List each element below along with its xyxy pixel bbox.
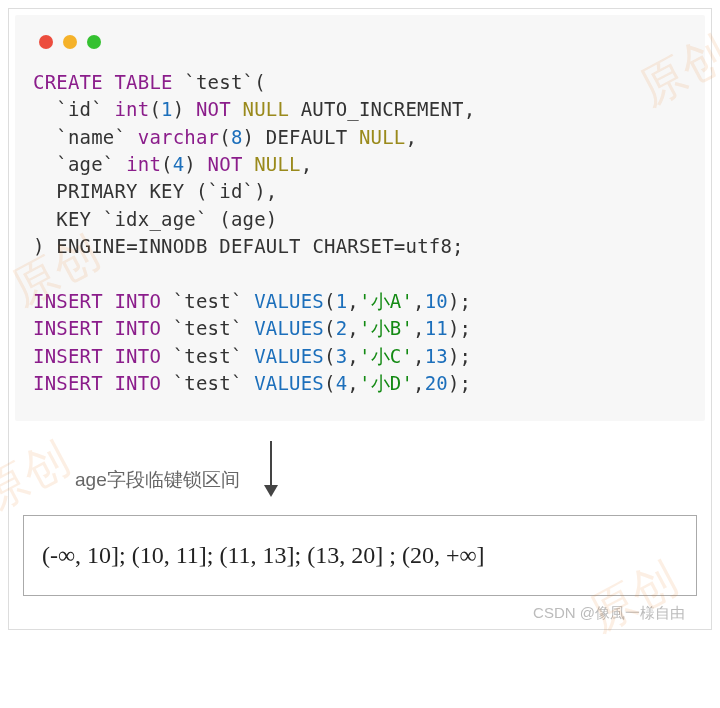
- tbl1: `test`: [173, 290, 243, 312]
- eq2: =: [394, 235, 406, 257]
- size-1: 1: [161, 98, 173, 120]
- c2b: ,: [413, 317, 425, 339]
- arrow-area: age字段临键锁区间: [15, 421, 705, 505]
- footer-watermark: CSDN @像風一様自由: [15, 596, 705, 623]
- kw-into3: INTO: [114, 345, 161, 367]
- op4: (: [324, 372, 336, 394]
- kw-charset: CHARSET: [312, 235, 393, 257]
- kw-primary: PRIMARY: [56, 180, 137, 202]
- size-8: 8: [231, 126, 243, 148]
- kw-insert3: INSERT: [33, 345, 103, 367]
- comma2: ,: [301, 153, 313, 175]
- kw-null: NULL: [243, 98, 290, 120]
- pk-cols: (`id`),: [196, 180, 277, 202]
- window-traffic-lights: [33, 29, 687, 69]
- col-age: `age`: [56, 153, 114, 175]
- open-paren: (: [254, 71, 266, 93]
- code-panel: CREATE TABLE `test`( `id` int(1) NOT NUL…: [15, 15, 705, 421]
- cl1: );: [448, 290, 471, 312]
- c3a: ,: [347, 345, 359, 367]
- kw-values1: VALUES: [254, 290, 324, 312]
- op1: (: [324, 290, 336, 312]
- kw-null3: NULL: [254, 153, 301, 175]
- eq: =: [126, 235, 138, 257]
- tbl2: `test`: [173, 317, 243, 339]
- kw-default: DEFAULT: [266, 126, 347, 148]
- kw-key2: KEY: [56, 208, 91, 230]
- idx-cols: (age): [219, 208, 277, 230]
- kw-insert1: INSERT: [33, 290, 103, 312]
- s3: '小C': [359, 345, 413, 367]
- s1: '小A': [359, 290, 413, 312]
- interval-box: (-∞, 10]; (10, 11]; (11, 13]; (13, 20] ;…: [23, 515, 697, 596]
- innodb: INNODB: [138, 235, 208, 257]
- c4a: ,: [347, 372, 359, 394]
- c2a: ,: [347, 317, 359, 339]
- tbl3: `test`: [173, 345, 243, 367]
- c3b: ,: [413, 345, 425, 367]
- tbl4: `test`: [173, 372, 243, 394]
- v3a: 3: [336, 345, 348, 367]
- kw-insert2: INSERT: [33, 317, 103, 339]
- s2: '小B': [359, 317, 413, 339]
- close-icon: [39, 35, 53, 49]
- cl4: );: [448, 372, 471, 394]
- type-varchar: varchar: [138, 126, 219, 148]
- cl2: );: [448, 317, 471, 339]
- utf8: utf8;: [406, 235, 464, 257]
- v4b: 20: [425, 372, 448, 394]
- kw-engine: ENGINE: [56, 235, 126, 257]
- kw-create: CREATE: [33, 71, 103, 93]
- c4b: ,: [413, 372, 425, 394]
- comma: ,: [406, 126, 418, 148]
- kw-not: NOT: [196, 98, 231, 120]
- c1a: ,: [347, 290, 359, 312]
- intervals-text: (-∞, 10]; (10, 11]; (11, 13]; (13, 20] ;…: [42, 542, 485, 568]
- s4: '小D': [359, 372, 413, 394]
- kw-values4: VALUES: [254, 372, 324, 394]
- arrow-label: age字段临键锁区间: [75, 467, 240, 499]
- auto-inc: AUTO_INCREMENT,: [301, 98, 476, 120]
- tbl-name: `test`: [184, 71, 254, 93]
- cl3: );: [448, 345, 471, 367]
- kw-default2: DEFAULT: [219, 235, 300, 257]
- kw-into1: INTO: [114, 290, 161, 312]
- type-int: int: [114, 98, 149, 120]
- kw-into2: INTO: [114, 317, 161, 339]
- arrow-down-icon: [256, 439, 286, 499]
- op2: (: [324, 317, 336, 339]
- kw-table: TABLE: [114, 71, 172, 93]
- v3b: 13: [425, 345, 448, 367]
- figure-frame: CREATE TABLE `test`( `id` int(1) NOT NUL…: [8, 8, 712, 630]
- kw-into4: INTO: [114, 372, 161, 394]
- v4a: 4: [336, 372, 348, 394]
- type-int2: int: [126, 153, 161, 175]
- v2b: 11: [425, 317, 448, 339]
- col-name: `name`: [56, 126, 126, 148]
- maximize-icon: [87, 35, 101, 49]
- svg-marker-1: [264, 485, 278, 497]
- op3: (: [324, 345, 336, 367]
- kw-null2: NULL: [359, 126, 406, 148]
- kw-key: KEY: [149, 180, 184, 202]
- col-id: `id`: [56, 98, 103, 120]
- c1b: ,: [413, 290, 425, 312]
- kw-values2: VALUES: [254, 317, 324, 339]
- minimize-icon: [63, 35, 77, 49]
- size-4: 4: [173, 153, 185, 175]
- v1a: 1: [336, 290, 348, 312]
- kw-insert4: INSERT: [33, 372, 103, 394]
- kw-not2: NOT: [208, 153, 243, 175]
- close-paren: ): [33, 235, 45, 257]
- sql-code-block: CREATE TABLE `test`( `id` int(1) NOT NUL…: [33, 69, 687, 397]
- kw-values3: VALUES: [254, 345, 324, 367]
- v1b: 10: [425, 290, 448, 312]
- idx-name: `idx_age`: [103, 208, 208, 230]
- v2a: 2: [336, 317, 348, 339]
